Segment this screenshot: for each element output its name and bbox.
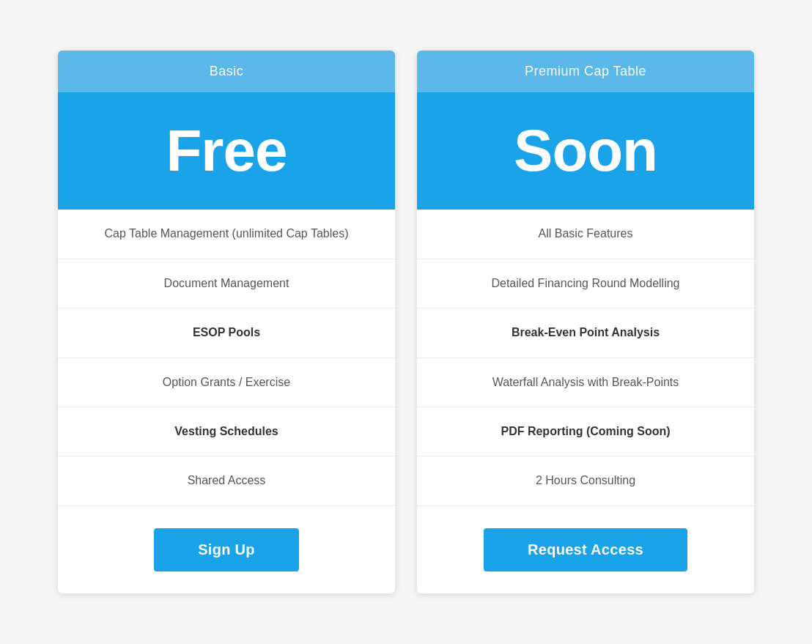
- list-item: Waterfall Analysis with Break-Points: [417, 358, 754, 407]
- list-item: Detailed Financing Round Modelling: [417, 259, 754, 308]
- list-item: Shared Access: [58, 456, 395, 506]
- list-item: PDF Reporting (Coming Soon): [417, 407, 754, 456]
- request-access-button[interactable]: Request Access: [484, 528, 687, 571]
- basic-price-banner: Free: [58, 92, 395, 210]
- pricing-container: Basic Free Cap Table Management (unlimit…: [29, 21, 783, 622]
- list-item: ESOP Pools: [58, 308, 395, 358]
- premium-header-label: Premium Cap Table: [525, 64, 646, 78]
- basic-card-action: Sign Up: [58, 506, 395, 593]
- basic-header: Basic: [58, 51, 395, 92]
- premium-card: Premium Cap Table Soon All Basic Feature…: [417, 51, 754, 593]
- list-item: Option Grants / Exercise: [58, 358, 395, 407]
- sign-up-button[interactable]: Sign Up: [154, 528, 299, 571]
- premium-header: Premium Cap Table: [417, 51, 754, 92]
- list-item: 2 Hours Consulting: [417, 456, 754, 506]
- basic-features-list: Cap Table Management (unlimited Cap Tabl…: [58, 210, 395, 506]
- list-item: Break-Even Point Analysis: [417, 308, 754, 358]
- list-item: Cap Table Management (unlimited Cap Tabl…: [58, 210, 395, 259]
- premium-card-action: Request Access: [417, 506, 754, 593]
- premium-price-banner: Soon: [417, 92, 754, 210]
- premium-features-list: All Basic Features Detailed Financing Ro…: [417, 210, 754, 506]
- basic-header-label: Basic: [210, 64, 244, 78]
- premium-price: Soon: [514, 118, 657, 183]
- list-item: Vesting Schedules: [58, 407, 395, 456]
- basic-card: Basic Free Cap Table Management (unlimit…: [58, 51, 395, 593]
- list-item: Document Management: [58, 259, 395, 308]
- basic-price: Free: [166, 118, 287, 183]
- list-item: All Basic Features: [417, 210, 754, 259]
